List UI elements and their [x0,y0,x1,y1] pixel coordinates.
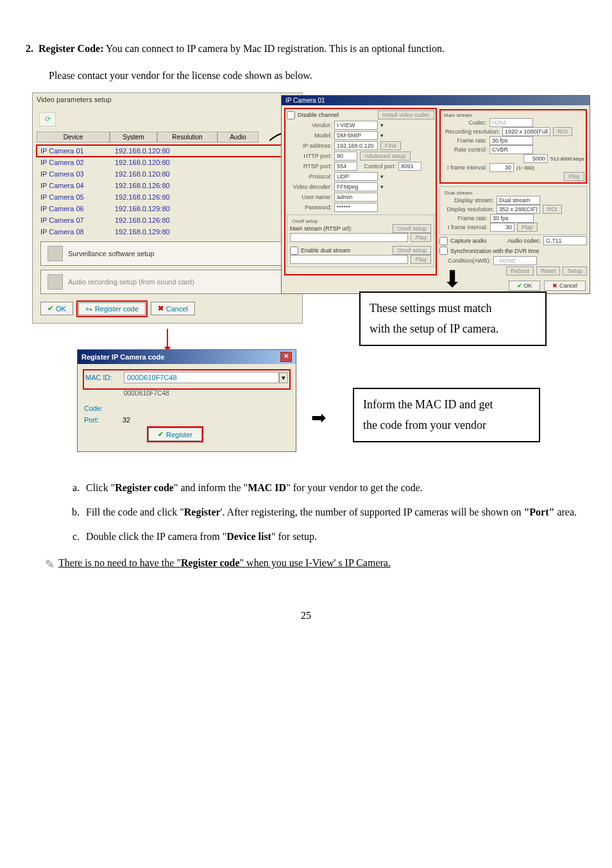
register-code-label: Register code [95,305,139,313]
advanced-setup-button[interactable]: Advanced setup [360,152,411,161]
camera-name: IP Camera 06 [37,204,115,214]
vdec-field[interactable]: FFMpeg [334,182,378,191]
play-dual-button[interactable]: Play [517,223,538,232]
header-audio[interactable]: Audio [217,132,259,143]
ok-button[interactable]: ✔ OK [40,302,73,315]
ip-label: IP address: [287,143,332,149]
rtsp-field[interactable]: 554 [334,162,357,171]
list-item[interactable]: IP Camera 08 192.168.0.129:80 [37,226,298,238]
register-code-button[interactable]: 🗝 Register code [78,302,146,315]
find-button[interactable]: Find [380,141,401,150]
kbps-field[interactable]: 5000 [523,154,548,163]
mainstream-label: Main stream (RTSP url): [290,225,352,232]
list-item[interactable]: IP Camera 06 192.168.0.129:80 [37,203,298,214]
camera-name: IP Camera 04 [37,180,115,191]
fps2-field[interactable]: 30 fps [490,214,534,223]
ifr2-label: I frame interval: [443,224,488,230]
section-title: Register Code: [38,43,103,54]
annotation-settings-match: These settings must match with the setup… [359,291,547,346]
list-item[interactable]: IP Camera 05 192.168.0.126:80 [37,191,298,203]
roi-button[interactable]: ROI [553,127,572,136]
recres-field[interactable]: 1920 x 1080(Full [502,127,550,136]
reboot-button[interactable]: Reboot [506,266,534,275]
camera-addr: 192.168.0.120:80 [115,169,217,179]
enable-dual-checkbox[interactable] [290,247,298,255]
check-icon: ✔ [517,282,522,289]
cond-field[interactable]: - NONE - [493,256,537,265]
header-resolution[interactable]: Resolution [157,132,217,143]
chevron-down-icon[interactable]: ▾ [380,173,384,180]
ipc-cancel-label: Cancel [559,282,577,289]
vendor-field[interactable]: I-VIEW [334,121,378,130]
audio-codec-field[interactable]: G.711 [543,236,587,245]
disable-channel-checkbox[interactable] [287,111,295,119]
http-field[interactable]: 80 [334,152,357,161]
pass-field[interactable]: ****** [334,203,378,212]
header-device[interactable]: Device [37,132,110,143]
model-field[interactable]: DM-5MIP [334,131,378,140]
ipc-ok-button[interactable]: ✔ OK [509,281,541,291]
list-item[interactable]: IP Camera 03 192.168.0.120:80 [37,168,298,180]
list-item[interactable]: IP Camera 04 192.168.0.126:80 [37,180,298,191]
check-icon: ✔ [47,304,53,313]
list-item[interactable]: IP Camera 07 192.168.0.126:80 [37,214,298,226]
disp-field[interactable]: Dual stream [497,196,540,205]
rate-field[interactable]: CVBR [489,145,533,154]
play-button-2[interactable]: Play [411,255,431,264]
annot-line: the code from your vendor [363,415,530,435]
ifr2-field[interactable]: 30 [490,223,514,232]
camera-name: IP Camera 03 [37,169,115,179]
camera-name: IP Camera 07 [37,215,115,225]
http-label: HTTP port: [287,153,332,159]
chevron-down-icon[interactable]: ▾ [380,184,384,190]
ip-field[interactable]: 192.168.0.120 [334,141,378,150]
register-button[interactable]: ✔ Register [148,428,202,441]
cond-label: Condition(AWB): [439,257,491,264]
list-item[interactable]: IP Camera 02 192.168.0.120:80 [37,157,298,168]
camera-addr: 192.168.0.120:80 [115,157,217,168]
fps-field[interactable]: 30 fps [489,136,533,145]
ipc-left-col: Disable channel Install video codec Vend… [284,108,437,275]
list-item[interactable]: IP Camera 01 192.168.0.120:80 [37,145,298,157]
camera-name: IP Camera 05 [37,192,115,202]
kbps-range: 512-8000 kbps [550,156,584,162]
capture-audio-checkbox[interactable] [439,237,448,245]
ctrl-field[interactable]: 8091 [398,162,421,171]
macid-field[interactable]: 000D610F7C48 [124,372,279,383]
camera-list: IP Camera 01 192.168.0.120:80 IP Camera … [37,145,298,238]
fps-label: Frame rate: [442,137,487,144]
audio-recording-button[interactable]: Audio recording setup (from sound card) [40,270,294,294]
chevron-down-icon[interactable]: ▾ [279,372,288,383]
onvif-fieldset-title: Onvif setup [290,218,319,224]
check-icon: ✔ [158,430,164,438]
chevron-down-icon[interactable]: ▾ [380,132,384,139]
refresh-icon[interactable]: ⟳ [39,112,56,126]
chevron-down-icon[interactable]: ▾ [380,122,384,128]
camera-name: IP Camera 08 [37,227,115,237]
roi-button-2[interactable]: ROI [543,205,562,214]
dual-url-field[interactable] [290,255,408,264]
cancel-button[interactable]: ✖ Cancel [151,302,195,315]
proto-field[interactable]: UDP [334,172,378,181]
onvif-setup-button-2[interactable]: Onvif setup [393,246,431,255]
instruction-c: Double click the IP camera from "Device … [82,526,586,547]
surveillance-setup-button[interactable]: Surveillance software setup [40,241,294,266]
red-arrow-down [167,329,168,348]
rtsp-url-field[interactable] [290,233,408,242]
dispres-field[interactable]: 352 x 288(CIF) [497,205,540,214]
setup-button[interactable]: Setup [563,266,587,275]
ifr-field[interactable]: 30 [489,163,514,172]
close-icon[interactable]: ✕ [280,352,292,362]
play-main-button[interactable]: Play [564,172,584,181]
install-codec-button[interactable]: Install video codec [378,110,434,119]
header-system[interactable]: System [110,132,157,143]
ipc-cancel-button[interactable]: ✖ Cancel [544,281,586,291]
recres-label: Recording resolution: [442,128,500,135]
ipc-ok-label: OK [523,282,532,289]
sync-checkbox[interactable] [439,247,448,255]
codec-field[interactable]: H264 [489,118,533,127]
reset-button[interactable]: Reset [536,266,561,275]
play-button[interactable]: Play [411,233,431,242]
user-field[interactable]: admin [334,193,378,202]
onvif-setup-button[interactable]: Onvif setup [393,224,431,233]
